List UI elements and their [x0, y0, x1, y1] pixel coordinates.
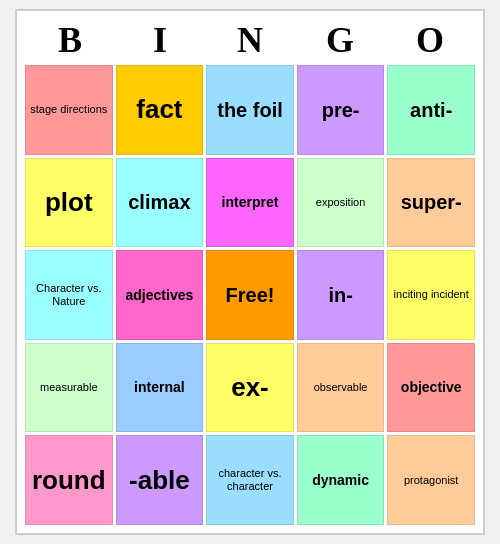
bingo-letter-g: G: [295, 19, 385, 61]
bingo-cell-11: adjectives: [116, 250, 204, 340]
bingo-cell-3: pre-: [297, 65, 385, 155]
bingo-letter-o: O: [385, 19, 475, 61]
bingo-cell-10: Character vs. Nature: [25, 250, 113, 340]
bingo-cell-9: super-: [387, 158, 475, 248]
bingo-cell-16: internal: [116, 343, 204, 433]
bingo-cell-21: -able: [116, 435, 204, 525]
bingo-cell-14: inciting incident: [387, 250, 475, 340]
bingo-card: BINGO stage directionsfactthe foilpre-an…: [15, 9, 485, 535]
bingo-letter-b: B: [25, 19, 115, 61]
bingo-cell-13: in-: [297, 250, 385, 340]
bingo-cell-4: anti-: [387, 65, 475, 155]
bingo-letter-i: I: [115, 19, 205, 61]
bingo-cell-17: ex-: [206, 343, 294, 433]
bingo-cell-23: dynamic: [297, 435, 385, 525]
bingo-cell-1: fact: [116, 65, 204, 155]
bingo-cell-20: round: [25, 435, 113, 525]
bingo-grid: stage directionsfactthe foilpre-anti-plo…: [25, 65, 475, 525]
bingo-cell-2: the foil: [206, 65, 294, 155]
bingo-cell-24: protagonist: [387, 435, 475, 525]
bingo-cell-19: objective: [387, 343, 475, 433]
bingo-cell-5: plot: [25, 158, 113, 248]
bingo-cell-18: observable: [297, 343, 385, 433]
bingo-cell-12: Free!: [206, 250, 294, 340]
bingo-cell-15: measurable: [25, 343, 113, 433]
bingo-cell-0: stage directions: [25, 65, 113, 155]
bingo-cell-6: climax: [116, 158, 204, 248]
bingo-cell-8: exposition: [297, 158, 385, 248]
bingo-cell-22: character vs. character: [206, 435, 294, 525]
bingo-header: BINGO: [25, 19, 475, 61]
bingo-letter-n: N: [205, 19, 295, 61]
bingo-cell-7: interpret: [206, 158, 294, 248]
